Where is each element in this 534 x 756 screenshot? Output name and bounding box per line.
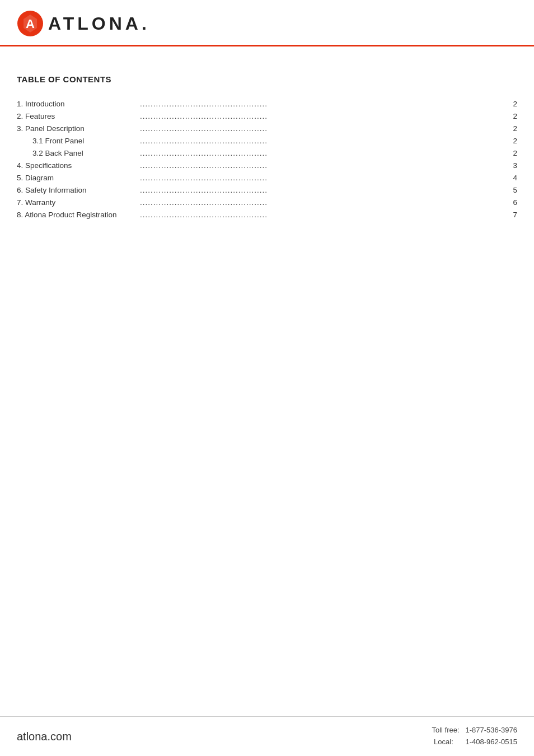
- atlona-logo-icon: A: [17, 10, 44, 37]
- toc-row: 8. Atlona Product Registration..........…: [17, 208, 517, 221]
- toc-page-number: 2: [513, 97, 517, 110]
- toc-row: 3.1 Front Panel.........................…: [17, 134, 517, 147]
- footer-website: atlona.com: [17, 730, 72, 743]
- local-number: 1-408-962-0515: [465, 738, 517, 746]
- toc-page-number: 5: [513, 184, 517, 196]
- toc-row: 3. Panel Description....................…: [17, 122, 517, 134]
- footer-contact: Toll free: 1-877-536-3976 Local: 1-408-9…: [432, 725, 517, 748]
- toc-page-number: 2: [513, 147, 517, 159]
- page-footer: atlona.com Toll free: 1-877-536-3976 Loc…: [0, 716, 534, 756]
- toc-page-number: 6: [513, 196, 517, 208]
- toc-row: 5. Diagram..............................…: [17, 171, 517, 184]
- toc-item-label: 8. Atlona Product Registration: [17, 208, 140, 221]
- toc-item-label: 1. Introduction: [17, 97, 140, 110]
- toll-free-label: Toll free:: [432, 726, 459, 734]
- toc-item-label: 3.1 Front Panel: [17, 134, 140, 147]
- toc-page-number: 2: [513, 110, 517, 122]
- toc-row: 7. Warranty.............................…: [17, 196, 517, 208]
- toc-item-label: 3.2 Back Panel: [17, 147, 140, 159]
- logo-text: ATLONA.: [48, 13, 150, 34]
- toc-page-number: 3: [513, 159, 517, 171]
- page-header: A ATLONA.: [0, 0, 534, 46]
- toc-dots: ........................................…: [140, 196, 513, 208]
- toc-table: 1. Introduction.........................…: [17, 97, 517, 221]
- toc-item-label: 3. Panel Description: [17, 122, 140, 134]
- logo: A ATLONA.: [17, 10, 150, 37]
- local-line: Local: 1-408-962-0515: [432, 736, 517, 748]
- toc-row: 1. Introduction.........................…: [17, 97, 517, 110]
- toc-row: 6. Safety Information...................…: [17, 184, 517, 196]
- toc-dots: ........................................…: [140, 147, 513, 159]
- toc-heading: TABLE OF CONTENTS: [17, 74, 517, 84]
- toc-page-number: 4: [513, 171, 517, 184]
- toc-item-label: 2. Features: [17, 110, 140, 122]
- toc-item-label: 4. Specifications: [17, 159, 140, 171]
- main-content: TABLE OF CONTENTS 1. Introduction.......…: [0, 46, 534, 237]
- toc-row: 2. Features.............................…: [17, 110, 517, 122]
- toc-dots: ........................................…: [140, 184, 513, 196]
- toc-page-number: 7: [513, 208, 517, 221]
- toc-item-label: 6. Safety Information: [17, 184, 140, 196]
- toc-row: 4. Specifications.......................…: [17, 159, 517, 171]
- toc-page-number: 2: [513, 122, 517, 134]
- toc-item-label: 7. Warranty: [17, 196, 140, 208]
- toc-item-label: 5. Diagram: [17, 171, 140, 184]
- toc-dots: ........................................…: [140, 171, 513, 184]
- toc-dots: ........................................…: [140, 110, 513, 122]
- svg-text:A: A: [26, 17, 35, 31]
- toll-free-number: 1-877-536-3976: [465, 726, 517, 734]
- toc-dots: ........................................…: [140, 208, 513, 221]
- local-label: Local:: [434, 738, 453, 746]
- toc-dots: ........................................…: [140, 122, 513, 134]
- toll-free-line: Toll free: 1-877-536-3976: [432, 725, 517, 736]
- toc-dots: ........................................…: [140, 97, 513, 110]
- toc-dots: ........................................…: [140, 159, 513, 171]
- toc-dots: ........................................…: [140, 134, 513, 147]
- toc-row: 3.2 Back Panel..........................…: [17, 147, 517, 159]
- toc-page-number: 2: [513, 134, 517, 147]
